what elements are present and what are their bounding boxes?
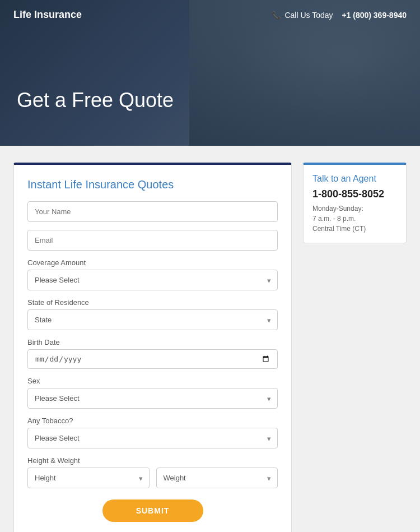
weight-select-wrapper: Weight 100 lbs 150 lbs 200 lbs 250 lbs [156,468,278,488]
nav-bar: Life Insurance 📞 Call Us Today +1 (800) … [0,0,420,30]
nav-phone: 📞 Call Us Today +1 (800) 369-8940 [272,11,407,20]
agent-hours-line1: Monday-Sunday: [312,205,363,212]
name-input[interactable] [27,201,278,222]
birthdate-group: Birth Date [27,338,278,369]
coverage-select-wrapper: Please Select $100,000 $250,000 $500,000… [27,270,278,290]
submit-button[interactable]: SUBMIT [102,499,203,522]
agent-hours-line2: 7 a.m. - 8 p.m. [312,215,356,223]
birthdate-label: Birth Date [27,338,278,346]
hero-section: Life Insurance 📞 Call Us Today +1 (800) … [0,0,420,146]
hero-headline: Get a Free Quote [17,89,174,112]
name-group [27,201,278,222]
coverage-group: Coverage Amount Please Select $100,000 $… [27,258,278,290]
agent-phone: 1-800-855-8052 [312,188,397,200]
height-weight-group: Height & Weight Height 4'10" 5'0" 5'6" 6… [27,456,278,488]
state-select[interactable]: State Alabama California Texas New York … [27,309,278,330]
agent-card: Talk to an Agent 1-800-855-8052 Monday-S… [303,163,407,243]
coverage-select[interactable]: Please Select $100,000 $250,000 $500,000… [27,270,278,290]
agent-hours-line3: Central Time (CT) [312,225,366,233]
phone-number: +1 (800) 369-8940 [342,11,407,20]
form-card: Instant Life Insurance Quotes Coverage A… [13,163,292,532]
sex-select[interactable]: Please Select Male Female [27,388,278,409]
sex-label: Sex [27,377,278,385]
email-input[interactable] [27,230,278,251]
coverage-label: Coverage Amount [27,258,278,267]
height-select-wrapper: Height 4'10" 5'0" 5'6" 6'0" [27,468,150,488]
tobacco-select-wrapper: Please Select Yes No [27,428,278,448]
site-logo: Life Insurance [13,9,82,21]
sex-group: Sex Please Select Male Female [27,377,278,409]
main-content: Instant Life Insurance Quotes Coverage A… [0,146,420,532]
height-weight-row: Height 4'10" 5'0" 5'6" 6'0" Weight 100 l… [27,468,278,488]
state-group: State of Residence State Alabama Califor… [27,298,278,330]
state-select-wrapper: State Alabama California Texas New York … [27,309,278,330]
height-select[interactable]: Height 4'10" 5'0" 5'6" 6'0" [27,468,150,488]
phone-icon: 📞 [272,11,281,20]
tobacco-label: Any Tobacco? [27,417,278,425]
sex-select-wrapper: Please Select Male Female [27,388,278,409]
email-group [27,230,278,251]
weight-select[interactable]: Weight 100 lbs 150 lbs 200 lbs 250 lbs [156,468,278,488]
birthdate-input[interactable] [27,349,278,369]
state-label: State of Residence [27,298,278,307]
tobacco-select[interactable]: Please Select Yes No [27,428,278,448]
agent-hours: Monday-Sunday: 7 a.m. - 8 p.m. Central T… [312,203,397,234]
agent-title: Talk to an Agent [312,174,397,184]
phone-label: Call Us Today [284,11,333,20]
tobacco-group: Any Tobacco? Please Select Yes No [27,417,278,448]
height-weight-label: Height & Weight [27,456,278,465]
form-title: Instant Life Insurance Quotes [27,178,278,191]
